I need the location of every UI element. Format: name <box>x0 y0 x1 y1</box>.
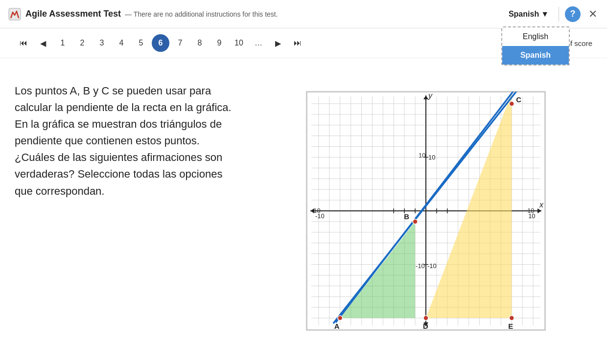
app-logo-icon <box>8 7 22 21</box>
point-D <box>423 316 428 320</box>
point-C <box>509 101 514 106</box>
label-E: E <box>508 322 513 330</box>
page-1-button[interactable]: 1 <box>54 34 71 52</box>
main-content: Los puntos A, B y C se pueden usar para … <box>0 58 607 364</box>
label-B: B <box>404 212 409 221</box>
page-5-button[interactable]: 5 <box>132 34 150 52</box>
page-4-button[interactable]: 4 <box>113 34 130 52</box>
graph-container: x y -10 10 10 -10 <box>259 68 592 354</box>
header-controls: Spanish ▼ English Spanish ? ✕ <box>505 6 599 23</box>
close-icon: ✕ <box>588 8 597 20</box>
svg-text:y: y <box>428 91 433 100</box>
close-button[interactable]: ✕ <box>586 6 599 23</box>
label-D: D <box>423 322 428 330</box>
page-7-button[interactable]: 7 <box>171 34 189 52</box>
svg-text:10: 10 <box>428 154 435 161</box>
chevron-down-icon: ▼ <box>541 10 549 19</box>
prev-page-button[interactable]: ◀ <box>34 34 52 52</box>
language-dropdown: English Spanish <box>501 26 570 66</box>
svg-text:10: 10 <box>419 152 425 159</box>
app-title: Agile Assessment Test <box>25 9 121 19</box>
svg-text:-10: -10 <box>427 262 437 270</box>
help-button[interactable]: ? <box>565 6 581 22</box>
point-A <box>338 316 343 320</box>
point-B <box>413 219 418 224</box>
header-divider <box>559 7 559 22</box>
page-2-button[interactable]: 2 <box>73 34 91 52</box>
page-10-button[interactable]: 10 <box>230 34 248 52</box>
page-6-button[interactable]: 6 <box>152 34 169 52</box>
label-A: A <box>334 322 340 330</box>
coordinate-graph: x y -10 10 10 -10 <box>306 91 546 331</box>
question-text: Los puntos A, B y C se pueden usar para … <box>15 68 240 354</box>
page-3-button[interactable]: 3 <box>93 34 111 52</box>
language-option-english[interactable]: English <box>502 27 569 46</box>
next-page-button[interactable]: ▶ <box>269 34 287 52</box>
page-9-button[interactable]: 9 <box>210 34 228 52</box>
svg-text:x: x <box>539 201 544 209</box>
header-subtitle: — There are no additional instructions f… <box>125 10 505 18</box>
last-page-button[interactable]: ⏭ <box>289 34 306 52</box>
page-8-button[interactable]: 8 <box>191 34 209 52</box>
svg-text:10: 10 <box>527 207 534 214</box>
point-E <box>509 316 514 320</box>
language-label: Spanish <box>509 10 539 19</box>
svg-text:-10: -10 <box>311 207 321 214</box>
language-selector-button[interactable]: Spanish ▼ <box>505 8 553 21</box>
app-header: Agile Assessment Test — There are no add… <box>0 0 607 28</box>
ellipsis-button[interactable]: … <box>250 34 267 52</box>
language-option-spanish[interactable]: Spanish <box>502 46 569 65</box>
help-icon: ? <box>570 9 576 19</box>
svg-text:-10: -10 <box>416 262 425 270</box>
first-page-button[interactable]: ⏮ <box>15 34 32 52</box>
label-C: C <box>516 95 521 104</box>
